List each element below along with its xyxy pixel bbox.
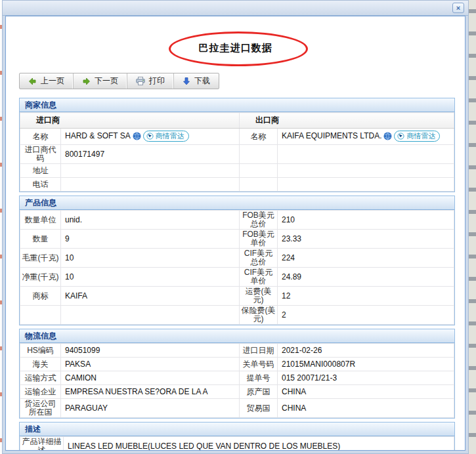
merchant-table: 进口商 出口商 名称 HARD & SOFT SA商情雷达 名称 KAIFA E…	[20, 112, 454, 192]
importer-name: HARD & SOFT SA	[65, 131, 131, 140]
table-row: 进口商代码 800171497	[20, 145, 454, 164]
arrow-down-icon	[183, 77, 190, 85]
download-button[interactable]: 下载	[174, 73, 219, 89]
globe-icon[interactable]	[383, 132, 392, 142]
section-header-merchant: 商家信息	[20, 98, 454, 112]
title-row: 巴拉圭进口数据	[6, 31, 465, 65]
business-radar-badge[interactable]: 商情雷达	[394, 131, 440, 142]
table-row: 净重(千克) 10 CIF美元单价 24.89	[20, 268, 454, 287]
section-merchant-info: 商家信息 进口商 出口商 名称 HARD & SOFT SA商情雷达 名称	[19, 98, 455, 192]
table-row: 产品详细描述 LINEAS LED MUEBLE(LUCES LED QUE V…	[20, 437, 454, 451]
background-page-right-edge	[468, 0, 476, 454]
table-row: 毛重(千克) 10 CIF美元总价 224	[20, 249, 454, 268]
radar-icon	[397, 133, 404, 140]
table-row: 地址	[20, 164, 454, 178]
prev-page-button[interactable]: 上一页	[20, 73, 74, 89]
exporter-header: 出口商	[240, 113, 454, 129]
product-description: LINEAS LED MUEBLE(LUCES LED QUE VAN DENT…	[64, 437, 454, 451]
table-row: 货运公司所在国 PARAGUAY 贸易国 CHINA	[20, 399, 454, 418]
table-row: 数量单位 unid. FOB美元总价 210	[20, 211, 454, 230]
radar-icon	[146, 133, 154, 140]
table-row: 商标 KAIFA 运费(美元) 12	[20, 287, 454, 306]
table-row: 数量 9 FOB美元单价 23.33	[20, 230, 454, 249]
description-table: 产品详细描述 LINEAS LED MUEBLE(LUCES LED QUE V…	[20, 436, 454, 451]
section-product-info: 产品信息 数量单位 unid. FOB美元总价 210 数量 9 FOB美元单价…	[19, 196, 455, 325]
dialog-content: 巴拉圭进口数据 上一页 下一页	[5, 16, 465, 451]
product-table: 数量单位 unid. FOB美元总价 210 数量 9 FOB美元单价 23.3…	[20, 210, 454, 325]
arrow-left-icon	[28, 77, 37, 85]
dialog-titlebar	[3, 1, 468, 16]
table-row: 运输方式 CAMION 提单号 015 20071/21-3	[20, 371, 454, 385]
business-radar-badge[interactable]: 商情雷达	[143, 131, 189, 142]
section-header-product: 产品信息	[20, 196, 454, 210]
table-row: 保险费(美元) 2	[20, 306, 454, 325]
globe-icon[interactable]	[133, 132, 141, 142]
table-row: 名称 HARD & SOFT SA商情雷达 名称 KAIFA EQUIPMENT…	[20, 129, 454, 145]
next-page-button[interactable]: 下一页	[74, 73, 127, 89]
table-row: 运输企业 EMPRESA NUESTRA SE?ORA DE LA A 原产国 …	[20, 385, 454, 399]
arrow-right-icon	[82, 77, 91, 85]
pager-toolbar: 上一页 下一页 打印	[19, 73, 219, 89]
section-logistics-info: 物流信息 HS编码 94051099 进口日期 2021-02-26 海关 PA…	[19, 329, 455, 419]
importer-phone	[61, 178, 240, 192]
section-header-logistics: 物流信息	[20, 329, 454, 343]
importer-address	[61, 164, 240, 178]
table-row: HS编码 94051099 进口日期 2021-02-26	[20, 344, 454, 358]
print-button[interactable]: 打印	[127, 73, 174, 89]
exporter-name: KAIFA EQUIPMENTS LTDA.	[282, 131, 381, 140]
import-data-dialog: × 巴拉圭进口数据 上一页 下一页	[2, 0, 469, 454]
red-highlight-ellipse	[169, 31, 308, 66]
importer-code: 800171497	[61, 145, 240, 164]
importer-header: 进口商	[20, 113, 240, 129]
printer-icon	[136, 77, 145, 85]
section-header-description: 描述	[20, 423, 454, 436]
logistics-table: HS编码 94051099 进口日期 2021-02-26 海关 PAKSA 关…	[20, 343, 454, 418]
table-row: 电话	[20, 178, 454, 192]
table-row: 海关 PAKSA 关单号码 21015MANI000807R	[20, 358, 454, 371]
close-icon[interactable]: ×	[452, 3, 464, 13]
section-description: 描述 产品详细描述 LINEAS LED MUEBLE(LUCES LED QU…	[19, 422, 455, 451]
